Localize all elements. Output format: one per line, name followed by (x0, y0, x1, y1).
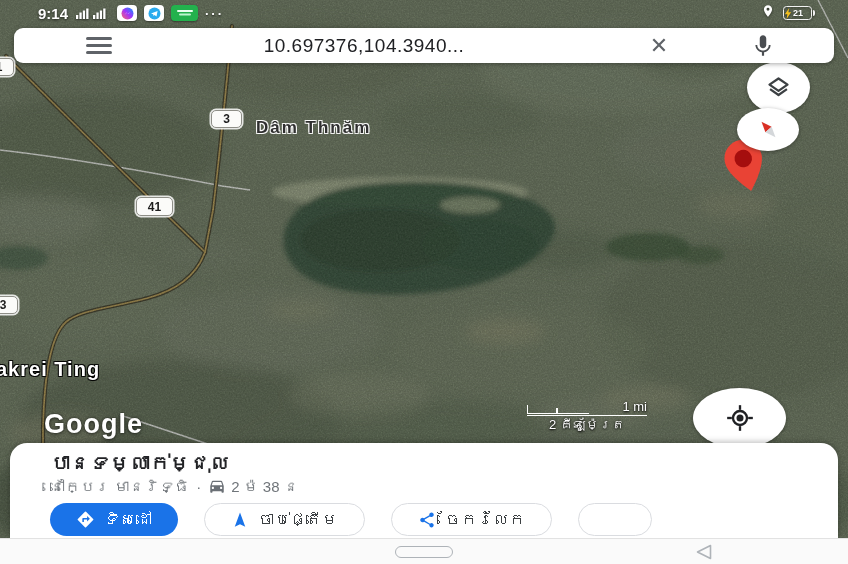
clock: 9:14 (38, 5, 68, 22)
route-number: 3 (223, 112, 230, 126)
scale-ruler (527, 405, 589, 414)
drive-duration: 2 ម៉ 38 ន (231, 478, 299, 495)
layers-button[interactable] (747, 62, 810, 113)
messenger-notification-icon (117, 5, 137, 21)
telegram-notification-icon (144, 5, 164, 21)
route-number: 3 (0, 298, 6, 312)
navigation-arrow-icon (231, 511, 249, 529)
action-buttons-row: ទិសដៅ ចាប់ផ្តើម ចែករំលែក (50, 503, 838, 536)
close-icon[interactable]: ✕ (646, 33, 672, 59)
compass-button[interactable] (737, 108, 799, 151)
search-bar[interactable]: 10.697376,104.3940... ✕ (14, 28, 834, 63)
compass-needle-icon (750, 112, 785, 147)
mic-icon[interactable] (750, 33, 776, 59)
signal-strength-icon (76, 8, 89, 19)
phone-screen: 3 41 3 1 Dâm Thnăm akrei Ting 9:14 (0, 0, 848, 564)
route-badge-3-edge: 3 (0, 296, 18, 314)
google-logo: Google (44, 409, 143, 440)
notification-overflow-dots: ··· (205, 6, 224, 21)
layers-icon (765, 74, 792, 101)
scale-imperial: 1 mi (622, 399, 647, 414)
directions-icon (76, 510, 95, 529)
place-subtitle: នៅក្បែរ មានរិទ្ធិ · 2 ម៉ 38 ន (50, 477, 838, 495)
directions-label: ទិសដៅ (104, 511, 152, 529)
car-icon (208, 477, 226, 495)
status-bar: 9:14 ··· 21 (0, 0, 848, 26)
crosshair-icon (726, 404, 754, 432)
location-active-icon (761, 3, 775, 23)
scale-bar: 1 mi 2 គីឡូម៉ែត្រ (527, 399, 647, 432)
back-triangle-icon (694, 544, 713, 560)
place-bottom-sheet[interactable]: បានទម្លាក់ម្ជុល នៅក្បែរ មានរិទ្ធិ · 2 ម៉… (10, 443, 838, 539)
start-label: ចាប់ផ្តើម (258, 511, 338, 529)
route-badge-41: 41 (136, 197, 173, 216)
dot-separator: · (196, 478, 201, 495)
battery-percent: 21 (793, 9, 803, 18)
route-badge-edge-top: 1 (0, 58, 14, 76)
route-number: 41 (148, 200, 161, 214)
share-label: ចែករំលែក (445, 511, 525, 529)
more-action-button-partial[interactable] (578, 503, 652, 536)
route-number: 1 (0, 60, 2, 74)
back-button[interactable] (694, 544, 713, 564)
share-button[interactable]: ចែករំលែក (391, 503, 552, 536)
home-button[interactable] (395, 546, 453, 558)
signal-strength-icon-2 (93, 8, 106, 19)
directions-button[interactable]: ទិសដៅ (50, 503, 178, 536)
system-navigation-bar (0, 538, 848, 564)
battery-icon: 21 (783, 6, 812, 20)
nearby-text: នៅក្បែរ មានរិទ្ធិ (50, 478, 189, 495)
share-icon (418, 511, 436, 529)
charging-bolt-icon (784, 8, 792, 19)
menu-icon[interactable] (86, 37, 112, 54)
scale-metric: 2 គីឡូម៉ែត្រ (527, 415, 647, 432)
my-location-button[interactable] (693, 388, 786, 448)
route-badge-3: 3 (211, 110, 242, 128)
start-navigation-button[interactable]: ចាប់ផ្តើម (204, 503, 365, 536)
place-title: បានទម្លាក់ម្ជុល (50, 452, 838, 475)
search-input[interactable]: 10.697376,104.3940... (134, 28, 594, 63)
green-app-notification-icon (171, 5, 198, 21)
